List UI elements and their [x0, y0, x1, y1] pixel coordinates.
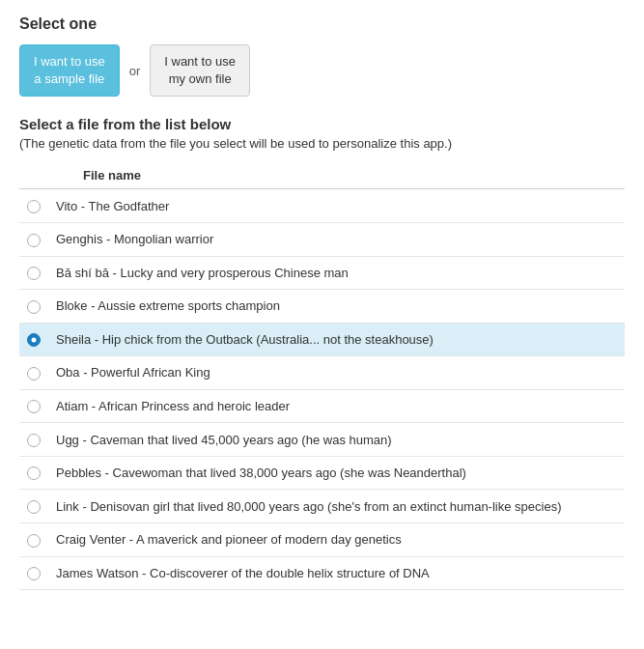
- file-name-cell: Link - Denisovan girl that lived 80,000 …: [48, 490, 625, 523]
- table-row[interactable]: Craig Venter - A maverick and pioneer of…: [19, 523, 625, 557]
- table-row[interactable]: James Watson - Co-discoverer of the doub…: [19, 556, 625, 590]
- file-name-cell: Vito - The Godfather: [48, 189, 625, 223]
- own-file-button[interactable]: I want to use my own file: [150, 44, 250, 97]
- radio-cell[interactable]: [19, 290, 48, 324]
- table-row[interactable]: Ugg - Caveman that lived 45,000 years ag…: [19, 423, 625, 457]
- radio-cell[interactable]: [19, 356, 48, 390]
- table-row[interactable]: Sheila - Hip chick from the Outback (Aus…: [19, 323, 625, 356]
- file-table: File name Vito - The GodfatherGenghis - …: [19, 162, 625, 590]
- radio-cell[interactable]: [19, 523, 48, 557]
- radio-button[interactable]: [27, 234, 41, 247]
- section-title: Select a file from the list below: [19, 116, 625, 132]
- radio-cell[interactable]: [19, 556, 48, 590]
- radio-button[interactable]: [27, 333, 41, 347]
- table-row[interactable]: Bā shí bā - Lucky and very prosperous Ch…: [19, 256, 625, 290]
- file-name-cell: Bloke - Aussie extreme sports champion: [48, 290, 625, 324]
- radio-button[interactable]: [27, 300, 41, 314]
- sample-file-button[interactable]: I want to use a sample file: [19, 44, 120, 97]
- file-name-cell: Sheila - Hip chick from the Outback (Aus…: [48, 323, 625, 356]
- radio-cell[interactable]: [19, 222, 48, 256]
- table-row[interactable]: Link - Denisovan girl that lived 80,000 …: [19, 490, 625, 523]
- table-row[interactable]: Pebbles - Cavewoman that lived 38,000 ye…: [19, 456, 625, 490]
- radio-button[interactable]: [27, 534, 41, 548]
- table-row[interactable]: Oba - Powerful African King: [19, 356, 625, 390]
- page-title: Select one: [19, 15, 625, 33]
- file-name-cell: Bā shí bā - Lucky and very prosperous Ch…: [48, 256, 625, 290]
- filename-column-header: File name: [48, 162, 625, 189]
- or-label: or: [129, 64, 141, 78]
- radio-button[interactable]: [27, 200, 41, 213]
- radio-cell[interactable]: [19, 389, 48, 423]
- table-row[interactable]: Vito - The Godfather: [19, 189, 625, 223]
- file-name-cell: Genghis - Mongolian warrior: [48, 222, 625, 256]
- table-row[interactable]: Bloke - Aussie extreme sports champion: [19, 290, 625, 324]
- file-name-cell: Atiam - African Princess and heroic lead…: [48, 389, 625, 423]
- radio-button[interactable]: [27, 466, 41, 480]
- radio-cell[interactable]: [19, 490, 48, 523]
- radio-button[interactable]: [27, 434, 41, 447]
- radio-column-header: [19, 162, 48, 189]
- file-name-cell: Craig Venter - A maverick and pioneer of…: [48, 523, 625, 557]
- section-subtitle: (The genetic data from the file you sele…: [19, 136, 625, 151]
- file-name-cell: Pebbles - Cavewoman that lived 38,000 ye…: [48, 456, 625, 490]
- radio-button[interactable]: [27, 567, 41, 580]
- button-row: I want to use a sample file or I want to…: [19, 44, 625, 97]
- file-name-cell: Ugg - Caveman that lived 45,000 years ag…: [48, 423, 625, 457]
- file-name-cell: James Watson - Co-discoverer of the doub…: [48, 556, 625, 590]
- file-name-cell: Oba - Powerful African King: [48, 356, 625, 390]
- table-row[interactable]: Genghis - Mongolian warrior: [19, 222, 625, 256]
- radio-cell[interactable]: [19, 323, 48, 356]
- radio-cell[interactable]: [19, 256, 48, 290]
- radio-cell[interactable]: [19, 456, 48, 490]
- radio-button[interactable]: [27, 400, 41, 413]
- radio-cell[interactable]: [19, 423, 48, 457]
- table-row[interactable]: Atiam - African Princess and heroic lead…: [19, 389, 625, 423]
- radio-cell[interactable]: [19, 189, 48, 223]
- radio-button[interactable]: [27, 500, 41, 514]
- radio-button[interactable]: [27, 367, 41, 381]
- radio-button[interactable]: [27, 267, 41, 280]
